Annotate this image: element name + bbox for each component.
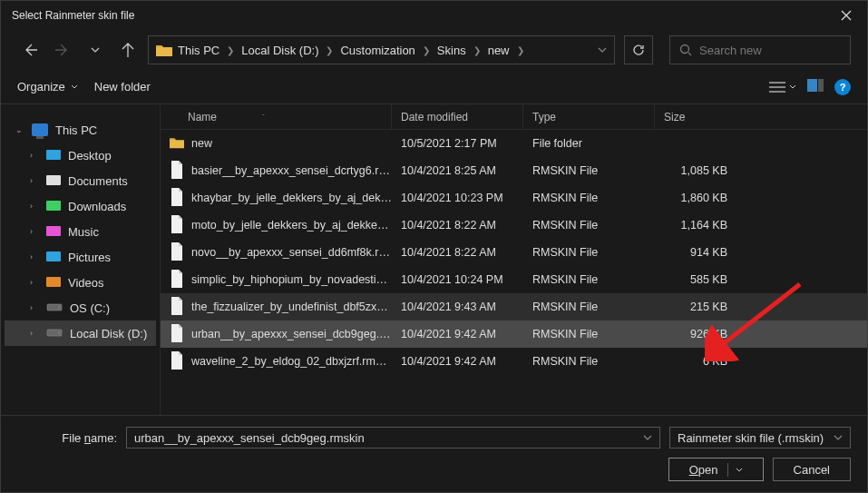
file-date: 10/4/2021 9:43 AM (392, 301, 523, 313)
bottom-panel: File name: urban__by_apexxx_sensei_dcb9g… (1, 416, 867, 492)
column-name[interactable]: Nameˆ (161, 104, 392, 129)
chevron-right-icon: › (30, 303, 39, 312)
chevron-down-icon (71, 84, 78, 91)
folder-icon (170, 133, 184, 154)
item-icon (46, 275, 61, 291)
chevron-right-icon: › (30, 202, 39, 211)
column-date[interactable]: Date modified (392, 104, 523, 129)
preview-pane-icon (807, 79, 824, 92)
new-folder-button[interactable]: New folder (94, 80, 151, 94)
preview-pane-button[interactable] (807, 79, 824, 94)
chevron-right-icon: ❯ (423, 45, 430, 55)
nav-bar: This PC ❯ Local Disk (D:) ❯ Customizatio… (1, 30, 867, 70)
chevron-down-icon (834, 433, 843, 442)
tree-item[interactable]: › Documents (5, 168, 156, 193)
arrow-up-icon (121, 43, 135, 57)
svg-point-13 (58, 306, 60, 308)
address-dropdown[interactable] (598, 44, 607, 57)
cancel-button[interactable]: Cancel (773, 458, 851, 481)
svg-rect-6 (46, 150, 61, 160)
tree-item-label: Downloads (68, 200, 126, 213)
view-mode-button[interactable] (769, 81, 796, 94)
tree-this-pc[interactable]: ⌄ This PC (5, 117, 156, 143)
file-row[interactable]: khaybar_by_jelle_dekkers_by_aj_dekkers_.… (161, 184, 867, 212)
tree-item[interactable]: › Music (5, 219, 156, 244)
window-title: Select Rainmeter skin file (12, 9, 134, 22)
file-type: RMSKIN File (523, 301, 655, 313)
chevron-right-icon: › (30, 329, 39, 338)
chevron-down-icon (598, 45, 607, 54)
address-bar[interactable]: This PC ❯ Local Disk (D:) ❯ Customizatio… (148, 35, 615, 64)
item-icon (46, 326, 63, 341)
refresh-button[interactable] (624, 35, 653, 64)
chevron-down-icon (643, 433, 652, 442)
tree-item[interactable]: › Local Disk (D:) (5, 320, 156, 346)
file-date: 10/4/2021 8:25 AM (392, 164, 523, 177)
chevron-right-icon: › (30, 176, 39, 185)
help-button[interactable]: ? (834, 79, 851, 95)
recent-dropdown[interactable] (83, 37, 108, 63)
file-name: simplic_by_hiphopium_by_novadestin_d... (191, 273, 392, 286)
file-row[interactable]: urban__by_apexxx_sensei_dcb9geg.rmskin 1… (161, 320, 867, 348)
list-view-icon (769, 81, 785, 94)
chevron-down-icon: ⌄ (15, 125, 24, 134)
item-icon (46, 148, 61, 163)
search-input[interactable]: Search new (669, 35, 851, 64)
breadcrumb-item[interactable]: new (488, 44, 510, 57)
column-type[interactable]: Type (523, 104, 655, 129)
tree-item[interactable]: › OS (C:) (5, 295, 156, 320)
svg-rect-5 (818, 79, 824, 92)
refresh-icon (632, 44, 645, 56)
back-button[interactable] (17, 37, 43, 63)
file-type: RMSKIN File (523, 192, 655, 204)
tree-item[interactable]: › Videos (5, 270, 156, 295)
breadcrumb-item[interactable]: Local Disk (D:) (241, 44, 318, 57)
open-dropdown[interactable] (727, 463, 743, 477)
file-name: urban__by_apexxx_sensei_dcb9geg.rmskin (191, 328, 392, 340)
file-size: 914 KB (655, 246, 746, 259)
tree-item[interactable]: › Downloads (5, 193, 156, 219)
svg-rect-3 (769, 91, 785, 93)
file-type: RMSKIN File (523, 219, 655, 232)
forward-button[interactable] (50, 37, 75, 63)
tree-item[interactable]: › Desktop (5, 143, 156, 168)
up-button[interactable] (115, 37, 141, 63)
item-icon (46, 250, 61, 265)
filename-input[interactable]: urban__by_apexxx_sensei_dcb9geg.rmskin (126, 427, 660, 449)
file-size: 926 KB (655, 328, 746, 340)
search-icon (679, 44, 692, 56)
file-list: Nameˆ Date modified Type Size new 10/5/2… (160, 104, 867, 415)
svg-rect-11 (46, 277, 61, 287)
chevron-down-icon (736, 467, 743, 474)
file-row[interactable]: basier__by_apexxx_sensei_dcrtyg6.rmskin … (161, 157, 867, 184)
file-row[interactable]: simplic_by_hiphopium_by_novadestin_d... … (161, 266, 867, 293)
file-date: 10/4/2021 8:22 AM (392, 246, 523, 259)
breadcrumb-item[interactable]: This PC (178, 44, 219, 57)
sort-indicator-icon: ˆ (262, 113, 265, 121)
svg-rect-2 (769, 86, 785, 88)
title-bar: Select Rainmeter skin file (1, 1, 867, 30)
svg-rect-7 (46, 175, 61, 185)
file-type: RMSKIN File (523, 246, 655, 259)
close-button[interactable] (825, 1, 867, 30)
file-row[interactable]: the_fizzualizer_by_undefinist_dbf5zxb.rm… (161, 293, 867, 320)
column-size[interactable]: Size (655, 104, 746, 129)
breadcrumb-item[interactable]: Customization (340, 44, 414, 57)
tree-item-label: Music (68, 225, 99, 239)
file-row[interactable]: moto_by_jelle_dekkers_by_aj_dekkers_de..… (161, 212, 867, 239)
item-icon (46, 173, 61, 189)
filetype-select[interactable]: Rainmeter skin file (.rmskin) (669, 427, 851, 449)
file-row[interactable]: novo__by_apexxx_sensei_dd6mf8k.rmskin 10… (161, 239, 867, 266)
file-row[interactable]: waveline_2_by_eldog_02_dbxjzrf.rmskin 10… (161, 348, 867, 375)
breadcrumb-item[interactable]: Skins (437, 44, 466, 57)
organize-menu[interactable]: Organize (17, 80, 78, 94)
file-name: basier__by_apexxx_sensei_dcrtyg6.rmskin (191, 164, 392, 177)
search-placeholder: Search new (699, 44, 762, 57)
svg-rect-4 (807, 79, 817, 92)
toolbar: Organize New folder ? (1, 70, 867, 104)
tree-item[interactable]: › Pictures (5, 244, 156, 270)
open-button[interactable]: Open (668, 458, 764, 481)
file-row[interactable]: new 10/5/2021 2:17 PM File folder (161, 130, 867, 157)
arrow-right-icon (55, 43, 70, 57)
file-name: moto_by_jelle_dekkers_by_aj_dekkers_de..… (191, 219, 392, 232)
